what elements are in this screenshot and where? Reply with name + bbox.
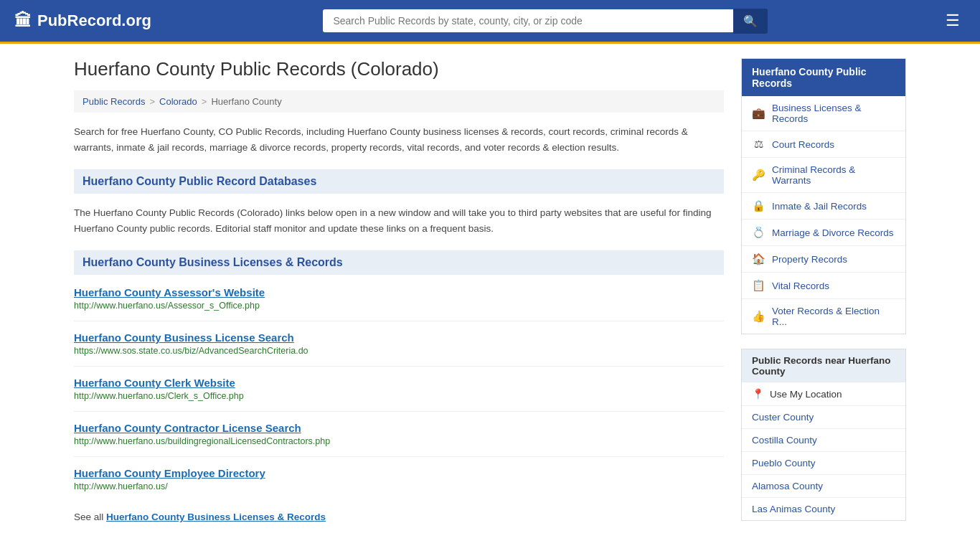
scales-icon: ⚖ [752,138,765,151]
see-all-text: See all Huerfano County Business License… [74,512,724,522]
content-area: Huerfano County Public Records (Colorado… [74,58,724,535]
record-link-title-0[interactable]: Huerfano County Assessor's Website [74,286,724,298]
home-icon: 🏠 [752,253,765,265]
record-links-list: Huerfano County Assessor's Website http:… [74,286,724,501]
record-link-item: Huerfano County Clerk Website http://www… [74,377,724,412]
sidebar-item-label: Business Licenses & Records [772,103,895,124]
nearby-county-label-0: Custer County [752,412,814,423]
biz-section-header: Huerfano County Business Licenses & Reco… [74,250,724,275]
main-container: Huerfano County Public Records (Colorado… [60,44,920,551]
db-intro-text: The Huerfano County Public Records (Colo… [74,205,724,236]
sidebar-item-inmate-records[interactable]: 🔒 Inmate & Jail Records [742,193,905,220]
db-section-header: Huerfano County Public Record Databases [74,169,724,194]
record-link-title-2[interactable]: Huerfano County Clerk Website [74,377,724,389]
nearby-county-4[interactable]: Las Animas County [742,498,905,520]
record-link-item: Huerfano County Contractor License Searc… [74,422,724,457]
sidebar-item-label: Inmate & Jail Records [772,201,867,212]
record-link-url-0: http://www.huerfano.us/Assessor_s_Office… [74,301,724,311]
nearby-county-3[interactable]: Alamosa County [742,475,905,498]
sidebar: Huerfano County Public Records 💼 Busines… [741,58,906,535]
breadcrumb-link-public-records[interactable]: Public Records [83,96,145,107]
site-logo[interactable]: 🏛 PubRecord.org [14,11,151,31]
sidebar-item-property-records[interactable]: 🏠 Property Records [742,246,905,273]
sidebar-public-records-header: Huerfano County Public Records [742,59,905,96]
record-link-item: Huerfano County Assessor's Website http:… [74,286,724,321]
nearby-county-label-4: Las Animas County [752,504,835,514]
search-bar: 🔍 [323,9,768,34]
sidebar-item-marriage-records[interactable]: 💍 Marriage & Divorce Records [742,220,905,246]
record-link-url-4: http://www.huerfano.us/ [74,481,724,491]
lock-icon: 🔒 [752,199,765,212]
sidebar-item-label: Criminal Records & Warrants [772,164,895,186]
breadcrumb-link-colorado[interactable]: Colorado [159,96,197,107]
logo-icon: 🏛 [14,11,32,31]
record-link-title-4[interactable]: Huerfano County Employee Directory [74,467,724,479]
breadcrumb: Public Records > Colorado > Huerfano Cou… [74,90,724,113]
page-title: Huerfano County Public Records (Colorado… [74,58,724,80]
briefcase-icon: 💼 [752,107,765,120]
use-location-label: Use My Location [770,389,842,400]
record-link-title-3[interactable]: Huerfano County Contractor License Searc… [74,422,724,434]
breadcrumb-sep-2: > [202,96,207,107]
sidebar-item-criminal-records[interactable]: 🔑 Criminal Records & Warrants [742,158,905,193]
sidebar-item-business-licenses[interactable]: 💼 Business Licenses & Records [742,96,905,131]
record-link-title-1[interactable]: Huerfano County Business License Search [74,331,724,344]
sidebar-public-records-box: Huerfano County Public Records 💼 Busines… [741,58,906,334]
sidebar-item-label: Property Records [772,254,847,265]
menu-button[interactable]: ☰ [940,9,966,33]
sidebar-item-label: Vital Records [772,281,829,291]
record-link-item: Huerfano County Business License Search … [74,331,724,367]
record-link-item: Huerfano County Employee Directory http:… [74,467,724,501]
site-header: 🏛 PubRecord.org 🔍 ☰ [0,0,980,42]
record-link-url-1: https://www.sos.state.co.us/biz/Advanced… [74,346,724,356]
ring-icon: 💍 [752,226,765,239]
breadcrumb-current: Huerfano County [211,96,281,107]
nearby-county-2[interactable]: Pueblo County [742,452,905,475]
nearby-county-0[interactable]: Custer County [742,406,905,429]
sidebar-item-label: Marriage & Divorce Records [772,227,894,238]
thumbs-up-icon: 👍 [752,310,765,323]
nearby-county-label-2: Pueblo County [752,458,816,468]
use-location-item[interactable]: 📍 Use My Location [742,382,905,406]
breadcrumb-sep-1: > [149,96,155,107]
pin-icon: 📍 [752,388,764,400]
nearby-county-label-3: Alamosa County [752,481,823,491]
search-input[interactable] [323,9,733,32]
logo-text: PubRecord.org [37,11,151,30]
clipboard-icon: 📋 [752,279,765,292]
record-link-url-3: http://www.huerfano.us/buildingregionalL… [74,436,724,446]
record-link-url-2: http://www.huerfano.us/Clerk_s_Office.ph… [74,391,724,401]
sidebar-item-voter-records[interactable]: 👍 Voter Records & Election R... [742,299,905,334]
sidebar-item-label: Court Records [772,139,834,150]
sidebar-item-court-records[interactable]: ⚖ Court Records [742,131,905,158]
see-all-link[interactable]: Huerfano County Business Licenses & Reco… [106,512,326,522]
key-icon: 🔑 [752,169,765,182]
search-button[interactable]: 🔍 [733,9,768,34]
sidebar-nearby-box: Public Records near Huerfano County 📍 Us… [741,349,906,521]
sidebar-item-label: Voter Records & Election R... [772,306,895,327]
sidebar-item-vital-records[interactable]: 📋 Vital Records [742,273,905,299]
sidebar-nearby-header: Public Records near Huerfano County [742,349,905,382]
nearby-county-label-1: Costilla County [752,435,817,446]
intro-text: Search for free Huerfano County, CO Publ… [74,124,724,155]
nearby-county-1[interactable]: Costilla County [742,429,905,452]
